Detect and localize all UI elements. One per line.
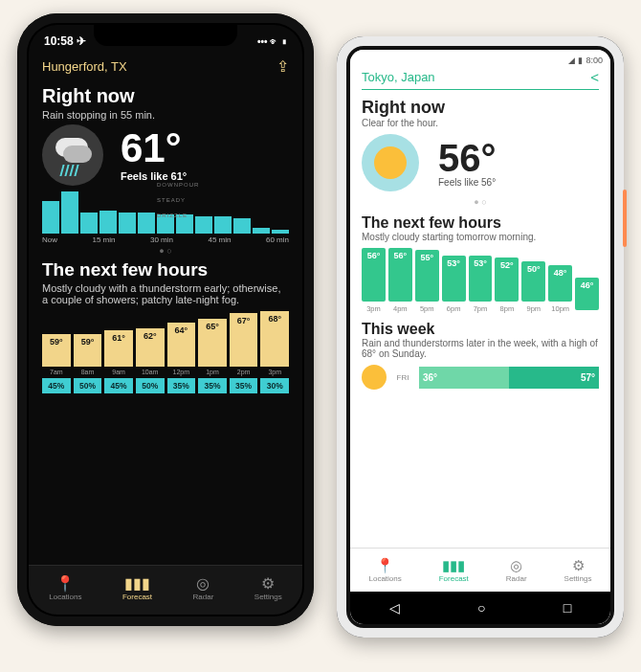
precip-bar [253, 228, 270, 234]
hourly-time: 9pm [521, 304, 545, 313]
nfh-sub: Mostly cloudy with a thunderstorm early;… [42, 282, 289, 305]
gear-icon: ⚙ [254, 574, 282, 593]
ios-status-time: 10:58 ✈︎ [44, 34, 86, 48]
hourly-precip: 45% [104, 378, 133, 393]
hourly-precip: 35% [230, 378, 258, 393]
hourly-col: 52°8pm [495, 258, 519, 313]
week-row[interactable]: FRI 36° 57° [362, 365, 599, 390]
precip-bar [195, 216, 212, 234]
sun-icon [362, 134, 419, 191]
tabbar: 📍Locations ▮▮▮Forecast ◎Radar ⚙Settings [29, 565, 302, 615]
location-label[interactable]: Tokyo, Japan [362, 70, 435, 84]
tab-settings[interactable]: ⚙Settings [254, 574, 282, 601]
page-dots[interactable]: ● ○ [362, 197, 599, 207]
tabbar: 📍Locations ▮▮▮Forecast ◎Radar ⚙Settings [350, 548, 610, 592]
hourly-col: 59°7am45% [42, 334, 71, 393]
week-day-label: FRI [392, 373, 413, 382]
rain-cloud-icon [42, 124, 103, 186]
hourly-time: 6pm [442, 304, 466, 313]
hourly-time: 8pm [495, 304, 519, 313]
share-icon[interactable]: ⇪ [276, 57, 289, 76]
radar-icon: ◎ [506, 557, 527, 574]
precip-chart[interactable]: DOWNPOUR STEADY DRIZZLE Now15 min30 min4… [42, 191, 289, 244]
hourly-col: 64°12pm35% [167, 323, 196, 393]
hourly-temp-bar: 65° [198, 319, 227, 367]
tab-settings[interactable]: ⚙Settings [564, 557, 592, 583]
hourly-col: 68°3pm30% [260, 311, 289, 393]
hourly-temp-bar: 56° [388, 248, 412, 302]
hourly-precip: 50% [136, 378, 165, 393]
android-frame: ◢ ▮ 8:00 Tokyo, Japan < Right now Clear … [337, 36, 624, 638]
pin-icon: 📍 [368, 557, 401, 574]
hourly-precip: 35% [167, 378, 196, 393]
hourly-temp-bar: 64° [167, 323, 196, 367]
hourly-chart[interactable]: 59°7am45%59°8am50%61°9am45%62°10am50%64°… [42, 311, 289, 393]
precip-bar [138, 213, 155, 234]
location-label[interactable]: Hungerford, TX [42, 59, 127, 74]
ios-status-right: ••• ᯤ ▮ [257, 34, 287, 48]
week-lo: 36° [419, 367, 509, 389]
hourly-col: 56°4pm [388, 248, 412, 313]
hourly-time: 1pm [198, 369, 227, 375]
hourly-col: 61°9am45% [104, 330, 133, 393]
nav-back-icon[interactable]: ◁ [389, 600, 400, 616]
rightnow-sub: Rain stopping in 55 min. [42, 109, 289, 121]
precip-bar [214, 216, 232, 234]
hourly-time: 7pm [469, 304, 493, 313]
hourly-temp-bar: 62° [136, 328, 165, 367]
page-dots[interactable]: ● ○ [42, 246, 289, 256]
hourly-time: 3pm [260, 369, 289, 375]
precip-x-label: 45 min [208, 235, 231, 244]
tab-radar[interactable]: ◎Radar [193, 574, 214, 601]
share-icon[interactable]: < [590, 69, 599, 85]
hourly-temp-bar: 53° [469, 256, 493, 302]
nfh-sub: Mostly cloudy starting tomorrow morning. [362, 232, 599, 242]
hourly-temp-bar: 55° [415, 250, 439, 302]
precip-x-label: 15 min [92, 235, 115, 244]
hourly-time: 9am [104, 369, 133, 375]
sun-small-icon [362, 365, 387, 390]
precip-bar [61, 191, 78, 234]
tab-forecast[interactable]: ▮▮▮Forecast [439, 557, 469, 583]
bars-icon: ▮▮▮ [439, 557, 469, 574]
nfh-heading: The next few hours [362, 214, 599, 232]
hourly-col: 56°3pm [362, 248, 386, 313]
tab-locations[interactable]: 📍Locations [49, 574, 81, 601]
hourly-temp-bar: 61° [104, 330, 133, 367]
precip-bar [272, 230, 289, 234]
hourly-precip: 30% [260, 378, 289, 393]
feels-like: Feels like 61° [121, 170, 187, 182]
precip-bar [119, 213, 136, 234]
precip-x-label: 60 min [266, 235, 289, 244]
tab-radar[interactable]: ◎Radar [506, 557, 527, 583]
hourly-col: 59°8am50% [74, 334, 102, 393]
tab-forecast[interactable]: ▮▮▮Forecast [122, 574, 152, 601]
hourly-time: 7am [42, 369, 71, 375]
radar-icon: ◎ [193, 574, 214, 593]
nav-recents-icon[interactable]: □ [564, 600, 571, 616]
hourly-temp-bar: 59° [42, 334, 71, 367]
precip-label-steady: STEADY [157, 197, 186, 203]
current-temp: 56° [438, 139, 497, 177]
hourly-time: 10am [136, 369, 165, 375]
gear-icon: ⚙ [564, 557, 592, 574]
hourly-precip: 35% [198, 378, 227, 393]
hourly-chart[interactable]: 56°3pm56°4pm55°5pm53°6pm53°7pm52°8pm50°9… [362, 248, 599, 313]
tab-locations[interactable]: 📍Locations [368, 557, 401, 583]
hourly-time: 5pm [415, 304, 439, 313]
hourly-col: 67°2pm35% [230, 313, 258, 393]
pin-icon: 📍 [49, 574, 81, 593]
hourly-temp-bar: 48° [548, 265, 572, 302]
nfh-heading: The next few hours [42, 259, 289, 280]
android-statusbar: ◢ ▮ 8:00 [350, 50, 610, 69]
hourly-time: 8am [74, 369, 102, 375]
hourly-col: 55°5pm [415, 250, 439, 313]
hourly-time: 4pm [388, 304, 412, 313]
precip-bar [42, 201, 59, 234]
hourly-temp-bar: 50° [521, 261, 545, 302]
hourly-col: 53°6pm [442, 256, 466, 313]
android-status-time: 8:00 [586, 56, 603, 65]
android-navbar: ◁ ○ □ [350, 592, 610, 624]
nav-home-icon[interactable]: ○ [477, 600, 485, 616]
hourly-precip: 45% [42, 378, 71, 393]
